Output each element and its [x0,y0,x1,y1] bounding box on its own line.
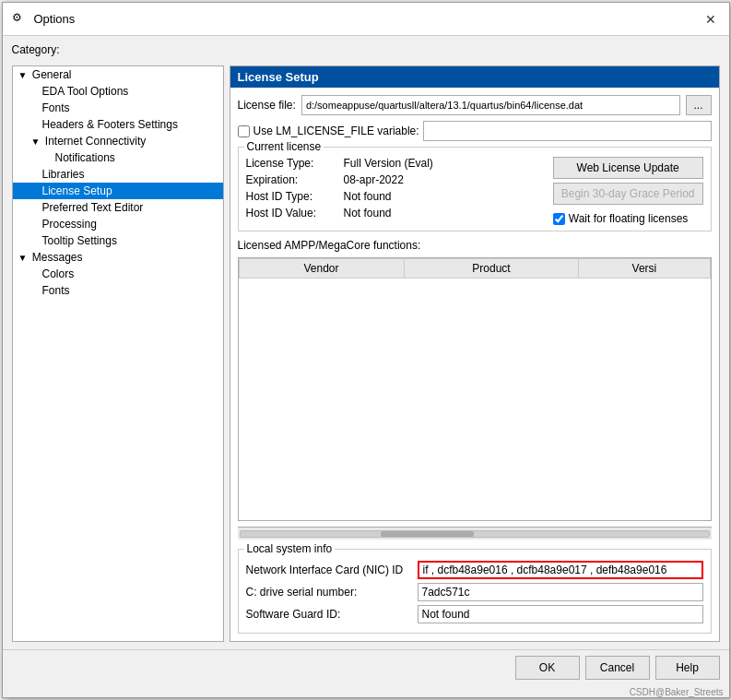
nic-label: Network Interface Card (NIC) ID [246,564,412,576]
scrollbar-track[interactable] [240,530,710,538]
cancel-button[interactable]: Cancel [585,656,650,680]
help-button[interactable]: Help [655,656,720,680]
dialog-body: Category: ▼ General EDA Tool Options Fon… [3,36,729,649]
grace-period-button[interactable]: Begin 30-day Grace Period [553,183,703,205]
sidebar-item-internet-connectivity[interactable]: ▼ Internet Connectivity [13,133,223,149]
sidebar-item-license-setup[interactable]: License Setup [13,183,223,199]
sidebar-item-preferred-text-editor[interactable]: Preferred Text Editor [13,199,223,216]
software-guard-input[interactable] [418,605,703,623]
sidebar-item-colors[interactable]: Colors [13,266,223,282]
host-id-value-label: Host ID Value: [246,207,338,219]
nic-input[interactable] [418,561,703,579]
dialog-icon: ⚙ [12,11,29,28]
license-buttons: Web License Update Begin 30-day Grace Pe… [553,157,703,225]
sidebar-item-headers-footers[interactable]: Headers & Footers Settings [13,116,223,133]
host-id-value-row: Host ID Value: Not found [246,207,544,219]
ok-button[interactable]: OK [515,656,580,680]
ampp-table: Vendor Product Versi [239,258,711,279]
sidebar-item-libraries[interactable]: Libraries [13,166,223,183]
sidebar-item-tooltip-settings[interactable]: Tooltip Settings [13,232,223,249]
drive-input[interactable] [418,583,703,601]
bottom-bar: OK Cancel Help [3,649,729,685]
license-file-input[interactable] [301,95,680,115]
scrollbar-thumb[interactable] [381,531,475,537]
license-fields: License Type: Full Version (Eval) Expira… [246,157,544,225]
right-panel: License Setup License file: ... Use LM_L… [230,65,720,642]
wait-floating-checkbox[interactable] [553,213,565,225]
wait-checkbox-row: Wait for floating licenses [553,212,703,225]
license-file-row: License file: ... [238,95,712,115]
wait-floating-label: Wait for floating licenses [569,212,689,225]
local-system-group: Local system info Network Interface Card… [238,549,712,634]
col-product: Product [404,259,579,279]
license-info-area: License Type: Full Version (Eval) Expira… [246,157,703,225]
col-vendor: Vendor [239,259,404,279]
sidebar-item-fonts-messages[interactable]: Fonts [13,282,223,299]
lm-license-label: Use LM_LICENSE_FILE variable: [253,125,419,137]
host-id-type-row: Host ID Type: Not found [246,190,544,203]
panel-header: License Setup [230,66,719,88]
license-type-row: License Type: Full Version (Eval) [246,157,544,170]
horizontal-scrollbar[interactable] [238,527,712,540]
ampp-table-container[interactable]: Vendor Product Versi [238,257,712,521]
main-content: ▼ General EDA Tool Options Fonts Headers… [12,65,720,642]
sidebar-item-notifications[interactable]: Notifications [13,149,223,166]
lm-license-input[interactable] [423,121,712,141]
drive-row: C: drive serial number: [246,583,703,601]
col-version: Versi [579,259,710,279]
dialog-title: Options [34,12,76,26]
software-guard-label: Software Guard ID: [246,608,412,621]
close-button[interactable]: ✕ [702,10,720,29]
lm-license-checkbox[interactable] [238,125,250,137]
sidebar-item-messages[interactable]: ▼ Messages [13,249,223,266]
web-license-update-button[interactable]: Web License Update [553,157,703,179]
software-guard-row: Software Guard ID: [246,605,703,623]
browse-button[interactable]: ... [686,95,712,115]
sidebar-item-fonts-general[interactable]: Fonts [13,100,223,116]
title-bar: ⚙ Options ✕ [3,3,729,36]
sidebar-item-eda-tool-options[interactable]: EDA Tool Options [13,83,223,100]
panel-content: License file: ... Use LM_LICENSE_FILE va… [230,88,719,641]
category-label: Category: [12,43,720,56]
expiration-value: 08-apr-2022 [344,173,404,186]
sidebar-item-processing[interactable]: Processing [13,216,223,232]
sidebar-item-general[interactable]: ▼ General [13,66,223,83]
host-id-value-value: Not found [344,207,392,219]
expiration-label: Expiration: [246,173,338,186]
current-license-group: Current license License Type: Full Versi… [238,147,712,231]
table-section-label: Licensed AMPP/MegaCore functions: [238,239,712,252]
sidebar: ▼ General EDA Tool Options Fonts Headers… [12,65,224,642]
local-system-legend: Local system info [244,542,336,555]
watermark: CSDH@Baker_Streets [3,685,729,697]
drive-label: C: drive serial number: [246,586,412,599]
license-type-label: License Type: [246,157,338,170]
nic-row: Network Interface Card (NIC) ID [246,561,703,579]
current-license-legend: Current license [244,140,324,153]
host-id-type-value: Not found [344,190,392,203]
license-type-value: Full Version (Eval) [344,157,433,170]
host-id-type-label: Host ID Type: [246,190,338,203]
options-dialog: ⚙ Options ✕ Category: ▼ General EDA Tool… [2,2,730,698]
expiration-row: Expiration: 08-apr-2022 [246,173,544,186]
license-file-label: License file: [238,99,296,112]
lm-license-row: Use LM_LICENSE_FILE variable: [238,121,712,141]
